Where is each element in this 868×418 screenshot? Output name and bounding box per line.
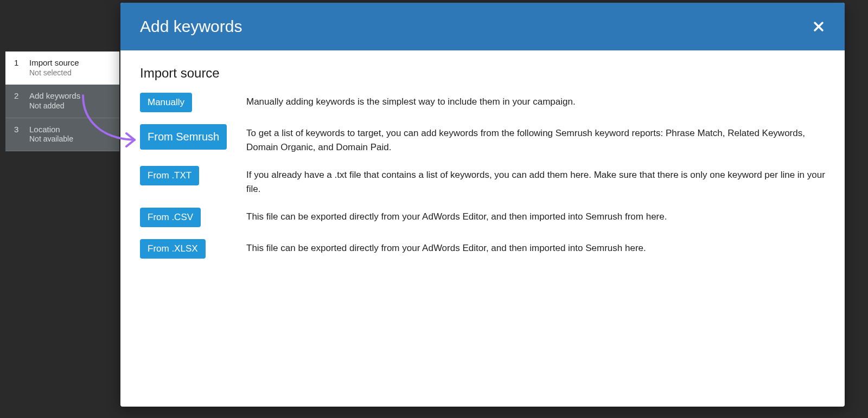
from-csv-button[interactable]: From .CSV	[140, 208, 201, 227]
step-import-source[interactable]: 1 Import source Not selected	[5, 52, 119, 85]
from-semrush-button[interactable]: From Semrush	[140, 124, 227, 150]
option-from-xlsx: From .XLSX This file can be exported dir…	[140, 239, 825, 259]
step-status: Not selected	[29, 68, 111, 78]
step-title: Add keywords	[29, 91, 111, 101]
step-add-keywords[interactable]: 2 Add keywords Not added	[5, 85, 119, 118]
option-description: If you already have a .txt file that con…	[246, 166, 825, 196]
section-title: Import source	[140, 66, 825, 81]
step-title: Import source	[29, 58, 111, 68]
step-location[interactable]: 3 Location Not available	[5, 118, 119, 151]
steps-sidebar: 1 Import source Not selected 2 Add keywo…	[5, 52, 119, 151]
step-number: 2	[14, 91, 22, 100]
option-from-txt: From .TXT If you already have a .txt fil…	[140, 166, 825, 196]
option-description: This file can be exported directly from …	[246, 208, 825, 224]
option-description: Manually adding keywords is the simplest…	[246, 93, 825, 109]
from-xlsx-button[interactable]: From .XLSX	[140, 239, 206, 259]
from-txt-button[interactable]: From .TXT	[140, 166, 199, 185]
modal-title: Add keywords	[140, 17, 242, 36]
close-icon	[812, 20, 825, 33]
step-number: 1	[14, 58, 22, 67]
step-title: Location	[29, 125, 111, 135]
option-from-csv: From .CSV This file can be exported dire…	[140, 208, 825, 227]
modal-header: Add keywords	[120, 3, 845, 50]
option-description: This file can be exported directly from …	[246, 239, 825, 255]
modal-body: Import source Manually Manually adding k…	[120, 50, 845, 407]
close-button[interactable]	[812, 20, 825, 33]
option-from-semrush: From Semrush To get a list of keywords t…	[140, 124, 825, 154]
manually-button[interactable]: Manually	[140, 93, 192, 112]
option-manually: Manually Manually adding keywords is the…	[140, 93, 825, 112]
add-keywords-modal: Add keywords Import source Manually Manu…	[120, 3, 845, 407]
step-number: 3	[14, 125, 22, 134]
step-status: Not available	[29, 134, 111, 144]
step-status: Not added	[29, 101, 111, 111]
option-description: To get a list of keywords to target, you…	[246, 124, 825, 154]
